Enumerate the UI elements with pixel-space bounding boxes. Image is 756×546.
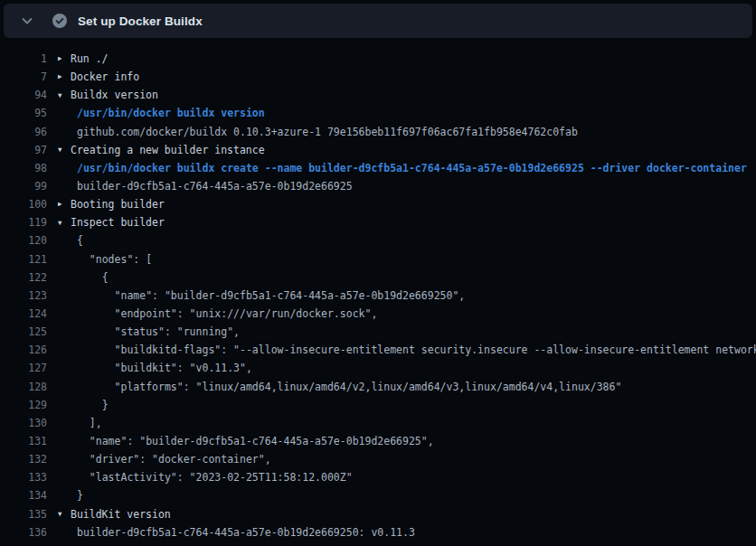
line-number[interactable]: 121: [0, 253, 47, 266]
line-number[interactable]: 128: [0, 381, 47, 393]
log-line: 133 "lastActivity": "2023-02-25T11:58:12…: [0, 468, 756, 486]
line-number[interactable]: 94: [0, 89, 47, 101]
group-label: Creating a new builder instance: [71, 144, 265, 156]
output-text: {: [71, 234, 83, 247]
line-number[interactable]: 123: [0, 289, 47, 302]
line-number[interactable]: 135: [0, 508, 47, 521]
log-group-row[interactable]: 94▼Buildx version: [0, 86, 756, 104]
log-line: 96github.com/docker/buildx 0.10.3+azure-…: [0, 123, 756, 141]
line-number[interactable]: 99: [0, 180, 47, 193]
gutter: ▶: [47, 55, 71, 62]
log-line: 126 "buildkitd-flags": "--allow-insecure…: [0, 341, 756, 359]
gutter: ▼: [47, 220, 71, 227]
log-line: 124 "endpoint": "unix:///var/run/docker.…: [0, 305, 756, 323]
log-line: 131 "name": "builder-d9cfb5a1-c764-445a-…: [0, 432, 756, 450]
line-number[interactable]: 132: [0, 453, 47, 466]
log-line: 95/usr/bin/docker buildx version: [0, 104, 756, 122]
check-circle-icon: [52, 14, 67, 28]
step-title: Set up Docker Buildx: [78, 14, 203, 28]
line-number[interactable]: 122: [0, 271, 47, 284]
line-number[interactable]: 1: [0, 52, 47, 65]
log-group-row[interactable]: 97▼Creating a new builder instance: [0, 141, 756, 159]
group-label: Booting builder: [71, 198, 165, 211]
line-number[interactable]: 119: [0, 216, 47, 229]
output-text: "status": "running",: [71, 325, 240, 338]
line-number[interactable]: 95: [0, 107, 47, 119]
group-label: Docker info: [71, 71, 139, 83]
gutter: ▶: [47, 73, 71, 80]
log-line: 128 "platforms": "linux/amd64,linux/amd6…: [0, 378, 756, 396]
gutter: ▼: [47, 92, 71, 99]
disclosure-expanded-icon[interactable]: ▼: [58, 511, 62, 518]
disclosure-expanded-icon[interactable]: ▼: [58, 92, 62, 99]
log-line: 125 "status": "running",: [0, 323, 756, 341]
output-text: "buildkit": "v0.11.3",: [71, 362, 252, 374]
line-number[interactable]: 96: [0, 126, 47, 138]
line-number[interactable]: 129: [0, 399, 47, 411]
group-label: Inspect builder: [71, 216, 165, 229]
log-line: 122 {: [0, 268, 756, 287]
group-label: Run ./: [71, 52, 109, 65]
log-group-row[interactable]: 119▼Inspect builder: [0, 213, 756, 231]
log-group-row[interactable]: 135▼BuildKit version: [0, 505, 756, 523]
log-line: 129 }: [0, 396, 756, 414]
log-line: 134}: [0, 486, 756, 504]
line-number[interactable]: 133: [0, 471, 47, 484]
group-label: Buildx version: [71, 89, 158, 101]
gutter: ▼: [47, 146, 71, 154]
output-text: github.com/docker/buildx 0.10.3+azure-1 …: [71, 126, 578, 138]
log-line: 120{: [0, 231, 756, 249]
log-group-row[interactable]: 7▶Docker info: [0, 68, 756, 86]
group-label: BuildKit version: [71, 508, 171, 521]
log-line: 127 "buildkit": "v0.11.3",: [0, 359, 756, 377]
line-number[interactable]: 124: [0, 307, 47, 320]
log-line: 98/usr/bin/docker buildx create --name b…: [0, 159, 756, 177]
output-text: builder-d9cfb5a1-c764-445a-a57e-0b19d2e6…: [71, 180, 353, 193]
output-text: {: [71, 271, 109, 284]
log-line: 132 "driver": "docker-container",: [0, 450, 756, 468]
output-text: ],: [71, 417, 102, 429]
disclosure-expanded-icon[interactable]: ▼: [58, 220, 62, 227]
disclosure-collapsed-icon[interactable]: ▶: [58, 55, 62, 62]
step-header[interactable]: Set up Docker Buildx: [4, 4, 752, 38]
line-number[interactable]: 98: [0, 162, 47, 174]
gutter: ▶: [47, 201, 71, 208]
command-text: /usr/bin/docker buildx create --name bui…: [71, 162, 747, 174]
output-text: "buildkitd-flags": "--allow-insecure-ent…: [71, 344, 756, 356]
log-line: 121 "nodes": [: [0, 250, 756, 268]
output-text: }: [71, 399, 109, 411]
log-line: 123 "name": "builder-d9cfb5a1-c764-445a-…: [0, 287, 756, 305]
output-text: "endpoint": "unix:///var/run/docker.sock…: [71, 307, 377, 320]
gutter: ▼: [47, 511, 71, 518]
line-number[interactable]: 136: [0, 526, 47, 539]
line-number[interactable]: 125: [0, 325, 47, 338]
disclosure-collapsed-icon[interactable]: ▶: [58, 201, 62, 208]
log-line: 130 ],: [0, 414, 756, 432]
log-viewer: 1▶Run ./7▶Docker info94▼Buildx version95…: [0, 38, 756, 541]
line-number[interactable]: 7: [0, 71, 47, 83]
line-number[interactable]: 134: [0, 489, 47, 502]
output-text: "name": "builder-d9cfb5a1-c764-445a-a57e…: [71, 435, 434, 447]
log-line: 99builder-d9cfb5a1-c764-445a-a57e-0b19d2…: [0, 177, 756, 195]
line-number[interactable]: 97: [0, 144, 47, 156]
disclosure-expanded-icon[interactable]: ▼: [58, 146, 62, 154]
log-group-row[interactable]: 100▶Booting builder: [0, 195, 756, 213]
line-number[interactable]: 131: [0, 435, 47, 447]
line-number[interactable]: 127: [0, 362, 47, 374]
output-text: "lastActivity": "2023-02-25T11:58:12.000…: [71, 471, 353, 484]
output-text: builder-d9cfb5a1-c764-445a-a57e-0b19d2e6…: [71, 526, 415, 539]
log-group-row[interactable]: 1▶Run ./: [0, 50, 756, 68]
output-text: "platforms": "linux/amd64,linux/amd64/v2…: [71, 381, 621, 393]
command-text: /usr/bin/docker buildx version: [71, 107, 265, 119]
log-line: 136builder-d9cfb5a1-c764-445a-a57e-0b19d…: [0, 523, 756, 541]
line-number[interactable]: 126: [0, 344, 47, 356]
chevron-down-icon: [20, 14, 34, 28]
output-text: }: [71, 489, 83, 502]
output-text: "driver": "docker-container",: [71, 453, 271, 466]
line-number[interactable]: 130: [0, 417, 47, 429]
output-text: "name": "builder-d9cfb5a1-c764-445a-a57e…: [71, 289, 465, 302]
line-number[interactable]: 100: [0, 198, 47, 211]
line-number[interactable]: 120: [0, 234, 47, 247]
output-text: "nodes": [: [71, 253, 152, 266]
disclosure-collapsed-icon[interactable]: ▶: [58, 73, 62, 80]
